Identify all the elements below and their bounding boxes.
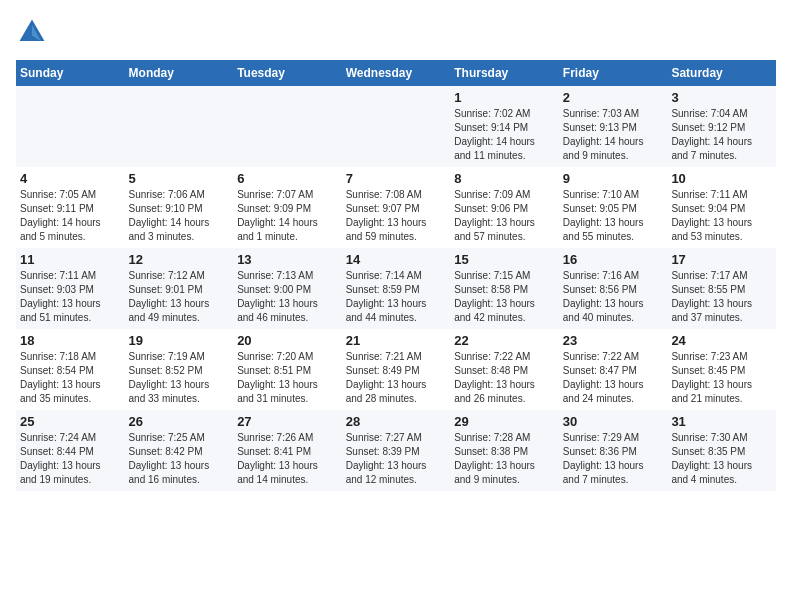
day-number: 7 xyxy=(346,171,447,186)
day-number: 4 xyxy=(20,171,121,186)
calendar-cell xyxy=(342,86,451,167)
day-detail: Sunrise: 7:10 AM Sunset: 9:05 PM Dayligh… xyxy=(563,188,664,244)
calendar-cell: 1Sunrise: 7:02 AM Sunset: 9:14 PM Daylig… xyxy=(450,86,559,167)
day-number: 8 xyxy=(454,171,555,186)
calendar-cell: 15Sunrise: 7:15 AM Sunset: 8:58 PM Dayli… xyxy=(450,248,559,329)
logo xyxy=(16,16,52,48)
day-number: 15 xyxy=(454,252,555,267)
day-detail: Sunrise: 7:30 AM Sunset: 8:35 PM Dayligh… xyxy=(671,431,772,487)
day-number: 16 xyxy=(563,252,664,267)
calendar-cell: 26Sunrise: 7:25 AM Sunset: 8:42 PM Dayli… xyxy=(125,410,234,491)
day-number: 2 xyxy=(563,90,664,105)
header-day-tuesday: Tuesday xyxy=(233,60,342,86)
calendar-cell: 19Sunrise: 7:19 AM Sunset: 8:52 PM Dayli… xyxy=(125,329,234,410)
calendar-cell: 8Sunrise: 7:09 AM Sunset: 9:06 PM Daylig… xyxy=(450,167,559,248)
day-detail: Sunrise: 7:21 AM Sunset: 8:49 PM Dayligh… xyxy=(346,350,447,406)
calendar-cell: 10Sunrise: 7:11 AM Sunset: 9:04 PM Dayli… xyxy=(667,167,776,248)
calendar-cell: 14Sunrise: 7:14 AM Sunset: 8:59 PM Dayli… xyxy=(342,248,451,329)
header-day-thursday: Thursday xyxy=(450,60,559,86)
day-number: 30 xyxy=(563,414,664,429)
day-number: 12 xyxy=(129,252,230,267)
day-detail: Sunrise: 7:23 AM Sunset: 8:45 PM Dayligh… xyxy=(671,350,772,406)
calendar-cell: 17Sunrise: 7:17 AM Sunset: 8:55 PM Dayli… xyxy=(667,248,776,329)
calendar-cell xyxy=(125,86,234,167)
day-number: 13 xyxy=(237,252,338,267)
day-detail: Sunrise: 7:22 AM Sunset: 8:48 PM Dayligh… xyxy=(454,350,555,406)
calendar-cell: 9Sunrise: 7:10 AM Sunset: 9:05 PM Daylig… xyxy=(559,167,668,248)
calendar-cell: 28Sunrise: 7:27 AM Sunset: 8:39 PM Dayli… xyxy=(342,410,451,491)
calendar-cell: 31Sunrise: 7:30 AM Sunset: 8:35 PM Dayli… xyxy=(667,410,776,491)
day-detail: Sunrise: 7:27 AM Sunset: 8:39 PM Dayligh… xyxy=(346,431,447,487)
calendar-cell: 3Sunrise: 7:04 AM Sunset: 9:12 PM Daylig… xyxy=(667,86,776,167)
day-detail: Sunrise: 7:08 AM Sunset: 9:07 PM Dayligh… xyxy=(346,188,447,244)
day-detail: Sunrise: 7:03 AM Sunset: 9:13 PM Dayligh… xyxy=(563,107,664,163)
calendar-cell: 6Sunrise: 7:07 AM Sunset: 9:09 PM Daylig… xyxy=(233,167,342,248)
calendar-cell: 11Sunrise: 7:11 AM Sunset: 9:03 PM Dayli… xyxy=(16,248,125,329)
calendar-week-row: 25Sunrise: 7:24 AM Sunset: 8:44 PM Dayli… xyxy=(16,410,776,491)
header-day-wednesday: Wednesday xyxy=(342,60,451,86)
day-number: 31 xyxy=(671,414,772,429)
calendar-cell xyxy=(16,86,125,167)
calendar-cell: 25Sunrise: 7:24 AM Sunset: 8:44 PM Dayli… xyxy=(16,410,125,491)
calendar-cell: 7Sunrise: 7:08 AM Sunset: 9:07 PM Daylig… xyxy=(342,167,451,248)
day-number: 3 xyxy=(671,90,772,105)
day-detail: Sunrise: 7:18 AM Sunset: 8:54 PM Dayligh… xyxy=(20,350,121,406)
day-detail: Sunrise: 7:11 AM Sunset: 9:04 PM Dayligh… xyxy=(671,188,772,244)
day-detail: Sunrise: 7:09 AM Sunset: 9:06 PM Dayligh… xyxy=(454,188,555,244)
day-detail: Sunrise: 7:07 AM Sunset: 9:09 PM Dayligh… xyxy=(237,188,338,244)
calendar-table: SundayMondayTuesdayWednesdayThursdayFrid… xyxy=(16,60,776,491)
day-number: 17 xyxy=(671,252,772,267)
page-header xyxy=(16,16,776,48)
day-detail: Sunrise: 7:16 AM Sunset: 8:56 PM Dayligh… xyxy=(563,269,664,325)
calendar-week-row: 1Sunrise: 7:02 AM Sunset: 9:14 PM Daylig… xyxy=(16,86,776,167)
calendar-cell: 20Sunrise: 7:20 AM Sunset: 8:51 PM Dayli… xyxy=(233,329,342,410)
day-detail: Sunrise: 7:17 AM Sunset: 8:55 PM Dayligh… xyxy=(671,269,772,325)
day-number: 22 xyxy=(454,333,555,348)
day-detail: Sunrise: 7:12 AM Sunset: 9:01 PM Dayligh… xyxy=(129,269,230,325)
calendar-cell: 5Sunrise: 7:06 AM Sunset: 9:10 PM Daylig… xyxy=(125,167,234,248)
calendar-week-row: 11Sunrise: 7:11 AM Sunset: 9:03 PM Dayli… xyxy=(16,248,776,329)
day-detail: Sunrise: 7:13 AM Sunset: 9:00 PM Dayligh… xyxy=(237,269,338,325)
day-number: 20 xyxy=(237,333,338,348)
day-detail: Sunrise: 7:11 AM Sunset: 9:03 PM Dayligh… xyxy=(20,269,121,325)
calendar-cell: 16Sunrise: 7:16 AM Sunset: 8:56 PM Dayli… xyxy=(559,248,668,329)
day-number: 1 xyxy=(454,90,555,105)
day-number: 28 xyxy=(346,414,447,429)
day-detail: Sunrise: 7:29 AM Sunset: 8:36 PM Dayligh… xyxy=(563,431,664,487)
day-number: 19 xyxy=(129,333,230,348)
day-number: 10 xyxy=(671,171,772,186)
day-detail: Sunrise: 7:05 AM Sunset: 9:11 PM Dayligh… xyxy=(20,188,121,244)
calendar-week-row: 4Sunrise: 7:05 AM Sunset: 9:11 PM Daylig… xyxy=(16,167,776,248)
calendar-cell: 23Sunrise: 7:22 AM Sunset: 8:47 PM Dayli… xyxy=(559,329,668,410)
day-number: 6 xyxy=(237,171,338,186)
day-detail: Sunrise: 7:04 AM Sunset: 9:12 PM Dayligh… xyxy=(671,107,772,163)
day-number: 11 xyxy=(20,252,121,267)
day-detail: Sunrise: 7:14 AM Sunset: 8:59 PM Dayligh… xyxy=(346,269,447,325)
day-number: 25 xyxy=(20,414,121,429)
calendar-cell: 13Sunrise: 7:13 AM Sunset: 9:00 PM Dayli… xyxy=(233,248,342,329)
calendar-cell xyxy=(233,86,342,167)
calendar-cell: 2Sunrise: 7:03 AM Sunset: 9:13 PM Daylig… xyxy=(559,86,668,167)
calendar-cell: 18Sunrise: 7:18 AM Sunset: 8:54 PM Dayli… xyxy=(16,329,125,410)
day-detail: Sunrise: 7:20 AM Sunset: 8:51 PM Dayligh… xyxy=(237,350,338,406)
calendar-cell: 21Sunrise: 7:21 AM Sunset: 8:49 PM Dayli… xyxy=(342,329,451,410)
day-number: 5 xyxy=(129,171,230,186)
calendar-header-row: SundayMondayTuesdayWednesdayThursdayFrid… xyxy=(16,60,776,86)
day-number: 18 xyxy=(20,333,121,348)
day-detail: Sunrise: 7:06 AM Sunset: 9:10 PM Dayligh… xyxy=(129,188,230,244)
calendar-cell: 24Sunrise: 7:23 AM Sunset: 8:45 PM Dayli… xyxy=(667,329,776,410)
day-number: 29 xyxy=(454,414,555,429)
day-number: 23 xyxy=(563,333,664,348)
calendar-cell: 4Sunrise: 7:05 AM Sunset: 9:11 PM Daylig… xyxy=(16,167,125,248)
day-detail: Sunrise: 7:22 AM Sunset: 8:47 PM Dayligh… xyxy=(563,350,664,406)
day-number: 27 xyxy=(237,414,338,429)
calendar-cell: 22Sunrise: 7:22 AM Sunset: 8:48 PM Dayli… xyxy=(450,329,559,410)
header-day-monday: Monday xyxy=(125,60,234,86)
header-day-saturday: Saturday xyxy=(667,60,776,86)
day-number: 26 xyxy=(129,414,230,429)
calendar-cell: 12Sunrise: 7:12 AM Sunset: 9:01 PM Dayli… xyxy=(125,248,234,329)
day-detail: Sunrise: 7:24 AM Sunset: 8:44 PM Dayligh… xyxy=(20,431,121,487)
day-detail: Sunrise: 7:28 AM Sunset: 8:38 PM Dayligh… xyxy=(454,431,555,487)
day-detail: Sunrise: 7:25 AM Sunset: 8:42 PM Dayligh… xyxy=(129,431,230,487)
day-number: 24 xyxy=(671,333,772,348)
